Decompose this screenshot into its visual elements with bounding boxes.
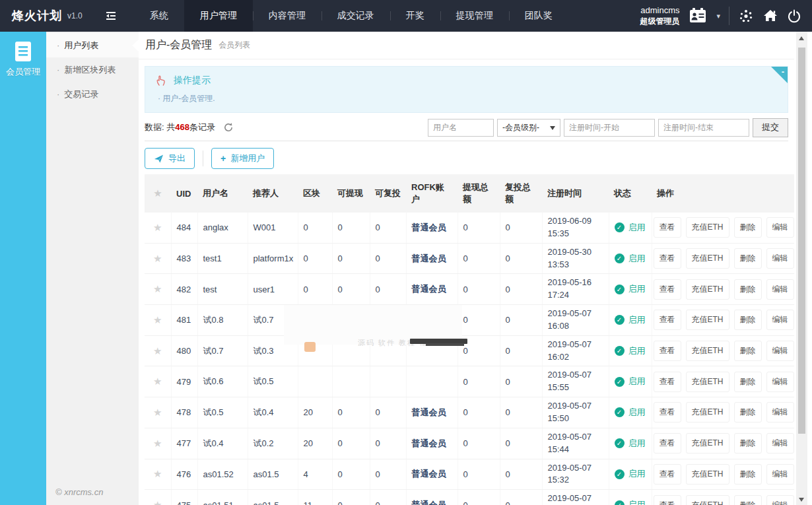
top-nav-item[interactable]: 团队奖 [509, 0, 568, 32]
row-action-button[interactable]: 查看 [654, 248, 681, 269]
row-action-button[interactable]: 查看 [654, 217, 681, 238]
star-icon[interactable]: ★ [145, 490, 171, 505]
star-icon[interactable]: ★ [145, 459, 171, 490]
row-action-button[interactable]: 查看 [654, 279, 681, 300]
scrollbar-thumb[interactable] [798, 48, 805, 434]
star-icon[interactable]: ★ [145, 366, 171, 397]
row-action-button[interactable]: 查看 [654, 464, 681, 485]
row-action-button[interactable]: 查看 [654, 433, 681, 454]
reinvest-total-cell: 0 [500, 243, 542, 274]
row-action-button[interactable]: 编辑 [766, 464, 794, 485]
reinvest-total-cell: 0 [500, 428, 542, 459]
star-icon[interactable]: ★ [145, 335, 171, 366]
top-nav-item[interactable]: 提现管理 [440, 0, 509, 32]
add-user-button[interactable]: + 新增用户 [211, 148, 274, 169]
row-action-button[interactable]: 充值ETH [686, 464, 729, 485]
row-action-button[interactable]: 删除 [734, 464, 762, 485]
status-cell: ✓ 启用 [609, 490, 652, 505]
top-nav-item[interactable]: 系统 [134, 0, 184, 32]
menu-collapse-icon[interactable] [94, 0, 127, 32]
star-icon[interactable]: ★ [145, 243, 171, 274]
row-action-button[interactable]: 充值ETH [686, 495, 729, 505]
check-circle-icon: ✓ [615, 285, 625, 294]
withdraw-total-cell: 0 [457, 490, 500, 505]
row-action-button[interactable]: 删除 [734, 248, 762, 269]
row-action-button[interactable]: 编辑 [766, 248, 794, 269]
username-filter-input[interactable] [428, 119, 494, 137]
topbar-right: admincms 超级管理员 ▾ [640, 0, 812, 32]
sidebar-module-members[interactable]: 会员管理 [0, 32, 46, 78]
row-action-button[interactable]: 编辑 [766, 217, 794, 238]
row-action-button[interactable]: 充值ETH [686, 310, 729, 330]
tips-corner-fold[interactable] [771, 67, 788, 83]
row-action-button[interactable]: 查看 [654, 402, 681, 422]
status-label: 启用 [628, 468, 646, 480]
row-action-button[interactable]: 编辑 [766, 433, 794, 454]
star-icon[interactable]: ★ [145, 305, 171, 336]
star-icon[interactable]: ★ [145, 428, 171, 459]
regtime-end-input[interactable] [658, 119, 749, 137]
home-icon[interactable] [762, 8, 778, 24]
vertical-scrollbar[interactable] [796, 32, 807, 505]
regtime-start-input[interactable] [564, 119, 655, 137]
reinvest-total-cell: 0 [500, 274, 542, 305]
referrer-cell: platform1x [248, 243, 298, 274]
row-action-button[interactable]: 充值ETH [686, 217, 729, 238]
top-nav-item[interactable]: 用户管理 [184, 0, 253, 32]
sidebar-item[interactable]: · 新增区块列表 [46, 57, 139, 82]
id-card-icon[interactable] [688, 7, 708, 24]
export-button[interactable]: 导出 [145, 148, 195, 169]
top-nav-item[interactable]: 成交记录 [321, 0, 390, 32]
row-action-button[interactable]: 删除 [734, 341, 762, 361]
row-action-button[interactable]: 充值ETH [686, 433, 729, 454]
minimize-icon[interactable]: - [782, 67, 784, 77]
row-action-button[interactable]: 删除 [734, 402, 762, 422]
row-action-button[interactable]: 编辑 [766, 402, 794, 422]
row-action-button[interactable]: 查看 [654, 372, 681, 392]
row-action-button[interactable]: 编辑 [766, 372, 794, 392]
power-icon[interactable] [787, 9, 801, 23]
row-action-button[interactable]: 删除 [734, 495, 762, 505]
users-table: ★ UID 用户名 推荐人 区块 可提现 可复投 ROFK账户 提现总额 复投总… [145, 174, 794, 505]
top-nav-item[interactable]: 内容管理 [253, 0, 321, 32]
member-level-select[interactable]: -会员级别- [497, 119, 560, 137]
row-action-button[interactable]: 充值ETH [686, 372, 729, 392]
username-cell: 试0.5 [197, 397, 248, 428]
row-action-button[interactable]: 充值ETH [686, 248, 729, 269]
sidebar-item[interactable]: · 交易记录 [46, 82, 139, 106]
username-cell: as01.52 [197, 459, 248, 490]
submit-button[interactable]: 提交 [753, 118, 788, 137]
reinvest-cell: 0 [370, 243, 406, 274]
star-icon[interactable]: ★ [145, 274, 171, 305]
top-nav-item-label: 团队奖 [525, 10, 553, 22]
row-action-button[interactable]: 查看 [654, 341, 681, 361]
scroll-up-icon[interactable] [799, 36, 804, 40]
row-action-button[interactable]: 删除 [734, 279, 762, 300]
row-action-button[interactable]: 充值ETH [686, 279, 729, 300]
caret-down-icon[interactable]: ▾ [716, 12, 720, 20]
reg-time: 15:44 [548, 444, 570, 454]
row-action-button[interactable]: 查看 [654, 310, 681, 330]
row-action-button[interactable]: 删除 [734, 372, 762, 392]
scroll-down-icon[interactable] [799, 498, 804, 502]
row-action-button[interactable]: 编辑 [766, 495, 794, 505]
reinvest-cell: 0 [370, 459, 406, 490]
row-action-button[interactable]: 查看 [654, 495, 681, 505]
status-badge: ✓ 启用 [615, 407, 646, 419]
top-nav-item[interactable]: 开奖 [390, 0, 440, 32]
row-action-button[interactable]: 编辑 [766, 341, 794, 361]
row-action-button[interactable]: 编辑 [766, 279, 794, 300]
user-info[interactable]: admincms 超级管理员 [640, 5, 679, 26]
star-icon[interactable]: ★ [145, 397, 171, 428]
refresh-icon[interactable] [223, 122, 234, 133]
reinvest-cell: 0 [370, 274, 406, 305]
star-icon[interactable]: ★ [145, 213, 171, 243]
sidebar-item[interactable]: · 用户列表 [46, 33, 139, 57]
row-action-button[interactable]: 删除 [734, 217, 762, 238]
row-action-button[interactable]: 编辑 [766, 310, 794, 330]
row-action-button[interactable]: 删除 [734, 433, 762, 454]
row-action-button[interactable]: 删除 [734, 310, 762, 330]
cluster-icon[interactable] [738, 8, 754, 24]
row-action-button[interactable]: 充值ETH [686, 402, 729, 422]
row-action-button[interactable]: 充值ETH [686, 341, 729, 361]
